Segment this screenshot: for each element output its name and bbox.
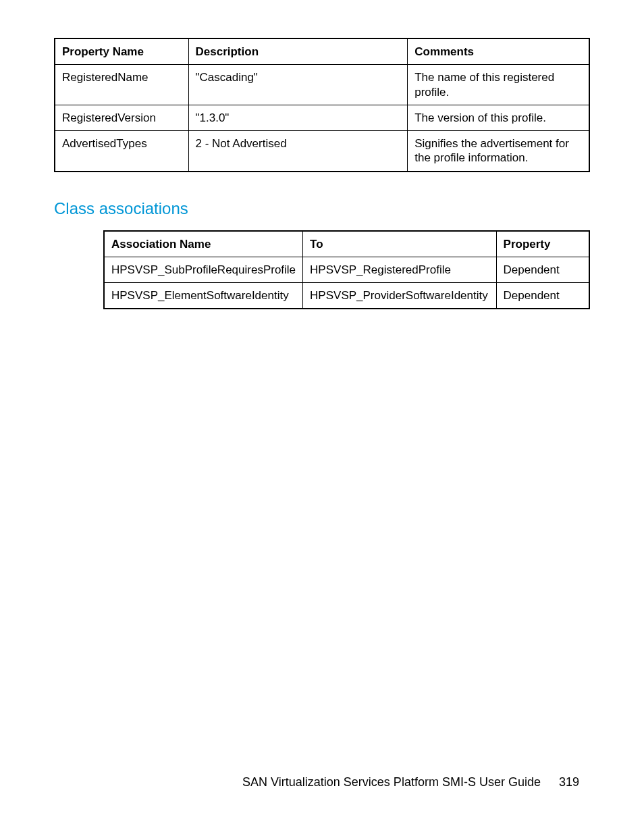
associations-table: Association Name To Property HPSVSP_SubP… — [103, 230, 590, 310]
page-footer: SAN Virtualization Services Platform SMI… — [242, 775, 579, 789]
table-row: RegisteredName "Cascading" The name of t… — [55, 65, 589, 105]
col-header-comments: Comments — [408, 38, 589, 65]
footer-doc-title: SAN Virtualization Services Platform SMI… — [242, 775, 541, 789]
properties-table: Property Name Description Comments Regis… — [54, 38, 590, 172]
table-row: AdvertisedTypes 2 - Not Advertised Signi… — [55, 131, 589, 172]
col-header-property: Property — [496, 231, 589, 257]
table-row: RegisteredVersion "1.3.0" The version of… — [55, 105, 589, 130]
cell-to: HPSVSP_ProviderSoftwareIdentity — [303, 283, 496, 309]
table-header-row: Association Name To Property — [104, 231, 589, 257]
col-header-association-name: Association Name — [104, 231, 303, 257]
cell-property-name: AdvertisedTypes — [55, 131, 188, 172]
cell-description: 2 - Not Advertised — [188, 131, 408, 172]
cell-association-name: HPSVSP_SubProfileRequiresProfile — [104, 257, 303, 282]
cell-property: Dependent — [496, 283, 589, 309]
cell-to: HPSVSP_RegisteredProfile — [303, 257, 496, 282]
cell-comments: The version of this profile. — [408, 105, 589, 130]
table-row: HPSVSP_ElementSoftwareIdentity HPSVSP_Pr… — [104, 283, 589, 309]
cell-comments: The name of this registered profile. — [408, 65, 589, 105]
cell-association-name: HPSVSP_ElementSoftwareIdentity — [104, 283, 303, 309]
col-header-property-name: Property Name — [55, 38, 188, 65]
cell-comments: Signifies the advertisement for the prof… — [408, 131, 589, 172]
cell-property-name: RegisteredVersion — [55, 105, 188, 130]
cell-property: Dependent — [496, 257, 589, 282]
cell-description: "Cascading" — [188, 65, 408, 105]
table-header-row: Property Name Description Comments — [55, 38, 589, 65]
cell-property-name: RegisteredName — [55, 65, 188, 105]
section-heading-class-associations: Class associations — [54, 199, 590, 218]
table-row: HPSVSP_SubProfileRequiresProfile HPSVSP_… — [104, 257, 589, 282]
col-header-to: To — [303, 231, 496, 257]
col-header-description: Description — [188, 38, 408, 65]
cell-description: "1.3.0" — [188, 105, 408, 130]
footer-page-number: 319 — [559, 775, 579, 789]
